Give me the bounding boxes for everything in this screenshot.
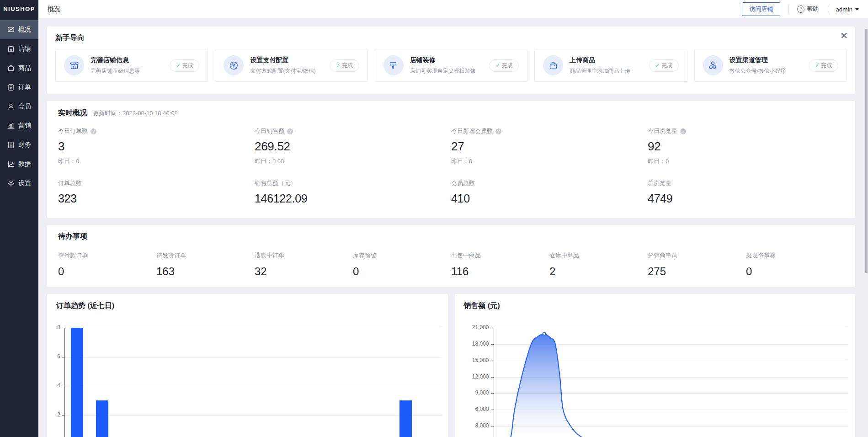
todo-label: 出售中商品 xyxy=(451,251,549,260)
sidebar-item-settings[interactable]: 设置 xyxy=(0,174,38,193)
help-label: 帮助 xyxy=(807,5,819,13)
sidebar-item-shop[interactable]: 店铺 xyxy=(0,39,38,59)
stat-sales: 今日销售额 ? 269.52 昨日：0.00 销售总额（元） 146122.09 xyxy=(255,127,451,205)
guide-card-decorate[interactable]: 店铺装修 店铺可实现自定义模板装修 ✓ 完成 xyxy=(375,49,527,82)
stat-yesterday: 昨日：0 xyxy=(451,157,648,165)
gridline xyxy=(64,386,441,386)
todo-value: 275 xyxy=(648,265,746,278)
sidebar-item-label: 概况 xyxy=(18,26,31,34)
stat-value: 92 xyxy=(648,139,844,154)
update-time: 更新时间：2022-08-10 18:40:08 xyxy=(93,109,178,117)
done-label: 完成 xyxy=(661,62,672,69)
gridline xyxy=(64,328,441,328)
guide-card-title: 完善店铺信息 xyxy=(91,56,140,64)
todo-value: 116 xyxy=(451,265,549,278)
sidebar-item-marketing[interactable]: 营销 xyxy=(0,116,38,135)
realtime-header: 实时概况 更新时间：2022-08-10 18:40:08 xyxy=(58,108,844,118)
guide-card-upload-goods[interactable]: 上传商品 商品管理中添加商品上传 ✓ 完成 xyxy=(534,49,687,82)
niushop-admin-dashboard: NIUSHOP 概况 店铺 商品 订单 会员 xyxy=(0,0,868,437)
close-icon[interactable]: ✕ xyxy=(840,31,848,40)
guide-card-title: 设置渠道管理 xyxy=(730,56,786,64)
order-trend-chart: 2468 xyxy=(47,294,448,437)
todo-item-warehouse-goods[interactable]: 仓库中商品 2 xyxy=(549,251,648,278)
sidebar-item-goods[interactable]: 商品 xyxy=(0,59,38,78)
todo-item-to-ship-orders[interactable]: 待发货订单 163 xyxy=(156,251,255,278)
sales-area-svg xyxy=(455,294,854,437)
stat-label: 今日浏览量 xyxy=(648,127,677,135)
topbar: 概况 访问店铺 ? 帮助 admin xyxy=(38,0,868,18)
todo-item-withdraw-review[interactable]: 提现待审核 0 xyxy=(746,251,844,278)
main-content: 新手导向 ✕ 完善店铺信息 完善店铺基础信息等 ✓ 完成 xyxy=(38,18,868,437)
todo-card: 待办事项 待付款订单 0 待发货订单 163 退款中订单 32 库存预警 0 xyxy=(47,225,855,287)
guide-card-subtitle: 店铺可实现自定义模板装修 xyxy=(410,67,476,75)
sidebar-item-member[interactable]: 会员 xyxy=(0,97,38,116)
stat-yesterday: 昨日：0 xyxy=(58,157,255,165)
finance-icon xyxy=(7,141,15,149)
todo-value: 0 xyxy=(353,265,451,278)
done-label: 完成 xyxy=(501,62,512,69)
channel-icon xyxy=(703,55,723,75)
stat-yesterday: 昨日：0 xyxy=(648,157,844,165)
stat-orders: 今日订单数 ? 3 昨日：0 订单总数 323 xyxy=(58,127,255,205)
guide-card-payment[interactable]: 设置支付配置 支付方式配置(支付宝/微信) ✓ 完成 xyxy=(215,49,367,82)
check-icon: ✓ xyxy=(176,62,181,69)
sidebar-item-label: 订单 xyxy=(18,83,31,91)
y-axis-tick: 8 xyxy=(47,324,60,330)
user-dropdown[interactable]: admin xyxy=(836,6,859,13)
order-icon xyxy=(7,84,15,91)
visit-shop-button[interactable]: 访问店铺 xyxy=(742,2,780,16)
sidebar-item-order[interactable]: 订单 xyxy=(0,78,38,97)
y-axis-tick: 4 xyxy=(47,382,60,389)
realtime-overview-card: 实时概况 更新时间：2022-08-10 18:40:08 今日订单数 ? 3 … xyxy=(47,101,855,218)
todo-label: 提现待审核 xyxy=(746,251,844,260)
charts-row: 订单趋势 (近七日) 2468 销售额 (元) 3,0006,0009,0001… xyxy=(47,294,855,437)
gridline xyxy=(64,357,441,357)
check-icon: ✓ xyxy=(336,62,341,69)
todo-item-unpaid-orders[interactable]: 待付款订单 0 xyxy=(58,251,156,278)
todo-item-stock-warning[interactable]: 库存预警 0 xyxy=(353,251,451,278)
done-label: 完成 xyxy=(821,62,832,69)
todo-label: 仓库中商品 xyxy=(549,251,648,260)
sales-chart-card: 销售额 (元) 3,0006,0009,00012,00015,00018,00… xyxy=(455,294,856,437)
todo-item-refunding-orders[interactable]: 退款中订单 32 xyxy=(255,251,353,278)
todo-label: 待发货订单 xyxy=(156,251,255,260)
sidebar-nav: 概况 店铺 商品 订单 会员 营销 财务 xyxy=(0,20,38,193)
sidebar: NIUSHOP 概况 店铺 商品 订单 会员 xyxy=(0,0,38,437)
todo-title: 待办事项 xyxy=(58,232,844,241)
check-icon: ✓ xyxy=(495,62,500,69)
guide-card-channel[interactable]: 设置渠道管理 微信公众号/微信小程序 ✓ 完成 xyxy=(694,49,847,82)
stat-label: 今日订单数 xyxy=(58,127,88,135)
newbie-guide-card: 新手导向 ✕ 完善店铺信息 完善店铺基础信息等 ✓ 完成 xyxy=(47,27,855,94)
divider xyxy=(827,5,827,13)
decorate-icon xyxy=(383,55,404,75)
sidebar-item-data[interactable]: 数据 xyxy=(0,155,38,174)
todo-item-on-sale-goods[interactable]: 出售中商品 116 xyxy=(451,251,549,278)
check-icon: ✓ xyxy=(815,62,820,69)
help-icon[interactable]: ? xyxy=(495,128,501,134)
breadcrumb: 概况 xyxy=(48,5,60,13)
todo-item-distributor-apply[interactable]: 分销商申请 275 xyxy=(648,251,746,278)
help-icon[interactable]: ? xyxy=(287,128,293,134)
question-circle-icon: ? xyxy=(797,5,804,13)
done-label: 完成 xyxy=(182,62,193,69)
help-menu[interactable]: ? 帮助 xyxy=(797,5,819,13)
shop-icon xyxy=(7,45,15,53)
topbar-right: 访问店铺 ? 帮助 admin xyxy=(742,2,859,16)
sidebar-item-finance[interactable]: 财务 xyxy=(0,135,38,155)
vertical-scrollbar[interactable] xyxy=(865,29,868,273)
stat-total-value: 410 xyxy=(451,192,648,205)
done-badge: ✓ 完成 xyxy=(170,59,199,72)
guide-card-subtitle: 支付方式配置(支付宝/微信) xyxy=(250,67,315,75)
sidebar-item-overview[interactable]: 概况 xyxy=(0,20,38,39)
sidebar-item-label: 数据 xyxy=(18,160,31,168)
guide-row: 完善店铺信息 完善店铺基础信息等 ✓ 完成 设置支付配置 支付方式配置(支付宝/… xyxy=(55,49,847,82)
done-label: 完成 xyxy=(342,62,353,69)
guide-card-shop-info[interactable]: 完善店铺信息 完善店铺基础信息等 ✓ 完成 xyxy=(55,49,208,82)
done-badge: ✓ 完成 xyxy=(330,59,359,72)
help-icon[interactable]: ? xyxy=(91,128,96,134)
app-logo: NIUSHOP xyxy=(0,0,38,18)
done-badge: ✓ 完成 xyxy=(649,59,679,72)
sidebar-item-label: 会员 xyxy=(18,102,31,111)
settings-icon xyxy=(7,180,15,187)
help-icon[interactable]: ? xyxy=(680,128,686,134)
